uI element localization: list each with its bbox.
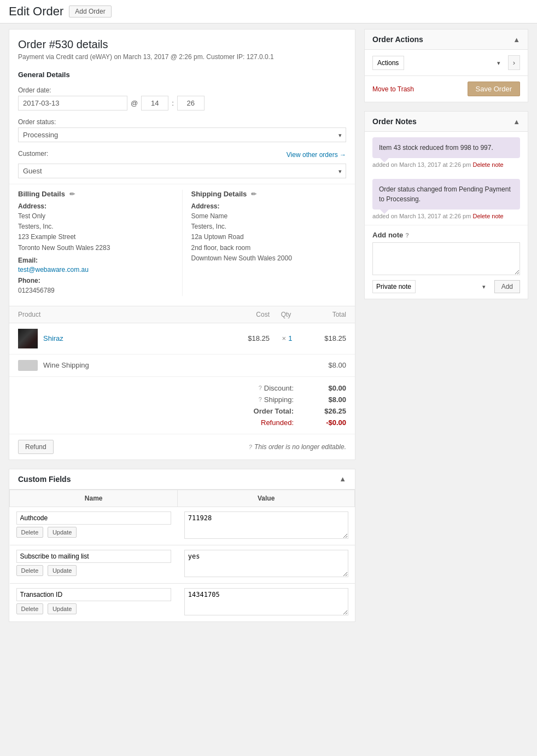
col-product-header: Product xyxy=(18,311,226,318)
cf-name-input-0[interactable] xyxy=(16,511,171,525)
order-status-label: Order status: xyxy=(18,118,346,126)
order-title: Order #530 details xyxy=(18,38,346,51)
note-meta-0: added on March 13, 2017 at 2:26 pm Delet… xyxy=(365,160,528,173)
move-to-trash-link[interactable]: Move to Trash xyxy=(372,85,414,93)
shipping-name: Wine Shipping xyxy=(43,361,328,369)
order-minute-input[interactable] xyxy=(177,96,205,111)
order-total-label: Order Total: xyxy=(226,407,302,415)
order-notes-title: Order Notes xyxy=(372,117,417,126)
at-label: @ xyxy=(131,99,138,107)
order-subtitle: Payment via Credit card (eWAY) on March … xyxy=(18,53,346,61)
shipping-address: Some NameTesters, Inc.12a Uptown Road2nd… xyxy=(191,211,347,264)
add-note-button[interactable]: Add xyxy=(494,280,520,293)
order-total-value: $26.25 xyxy=(302,407,346,415)
refund-button[interactable]: Refund xyxy=(18,440,54,454)
product-qty: 1 xyxy=(288,334,292,342)
shipping-edit-icon[interactable]: ✏ xyxy=(251,190,256,198)
note-bubble-0: Item 43 stock reduced from 998 to 997. xyxy=(372,137,520,158)
shipping-total-label: ? Shipping: xyxy=(226,396,302,404)
col-qty-header: Qty xyxy=(270,311,302,318)
cf-update-button-0[interactable]: Update xyxy=(48,527,77,538)
actions-select[interactable]: Actions xyxy=(372,56,404,70)
product-qty-wrap: ×1 xyxy=(270,334,302,342)
cf-delete-button-0[interactable]: Delete xyxy=(16,527,44,538)
products-header: Product Cost Qty Total xyxy=(9,306,355,323)
cf-name-col: Name xyxy=(10,490,178,507)
shipping-cost: $8.00 xyxy=(328,361,346,369)
cf-name-input-1[interactable] xyxy=(16,550,171,563)
note-bubble-1: Order status changed from Pending Paymen… xyxy=(372,179,520,210)
refunded-value: -$0.00 xyxy=(302,418,346,427)
note-type-select[interactable]: Private note xyxy=(372,280,416,293)
product-name-link[interactable]: Shiraz xyxy=(43,334,63,342)
delete-note-link-1[interactable]: Delete note xyxy=(472,213,503,219)
product-cost: $18.25 xyxy=(226,334,270,342)
not-editable-notice: ? This order is no longer editable. xyxy=(249,443,346,451)
order-actions-title: Order Actions xyxy=(372,35,423,44)
cf-value-col: Value xyxy=(178,490,355,507)
general-details-label: General Details xyxy=(9,65,355,79)
view-other-orders-link[interactable]: View other orders → xyxy=(287,151,346,159)
order-notes-collapse-icon[interactable]: ▲ xyxy=(513,118,520,126)
cf-update-button-1[interactable]: Update xyxy=(48,565,77,576)
order-actions-collapse-icon[interactable]: ▲ xyxy=(513,36,520,44)
cf-value-input-2[interactable]: 14341705 xyxy=(184,588,348,615)
product-total: $18.25 xyxy=(302,334,346,342)
cf-delete-button-2[interactable]: Delete xyxy=(16,603,44,614)
billing-phone: 0123456789 xyxy=(18,286,173,296)
cf-delete-button-1[interactable]: Delete xyxy=(16,565,44,576)
cf-update-button-2[interactable]: Update xyxy=(48,603,77,614)
custom-fields-collapse-icon[interactable]: ▲ xyxy=(339,475,346,483)
product-row: Shiraz $18.25 ×1 $18.25 xyxy=(9,323,355,354)
cf-value-input-1[interactable]: yes xyxy=(184,550,348,577)
shipping-help-icon[interactable]: ? xyxy=(259,396,262,403)
order-date-label: Order date: xyxy=(18,86,346,94)
custom-fields-table: Name Value Delete Update 711928 xyxy=(9,490,355,621)
discount-help-icon[interactable]: ? xyxy=(259,385,262,391)
shipping-total-value: $8.00 xyxy=(302,396,346,404)
refunded-label: Refunded: xyxy=(226,418,302,427)
shipping-icon xyxy=(18,360,38,371)
add-note-label: Add note ? xyxy=(372,231,520,239)
product-thumbnail xyxy=(18,329,38,348)
custom-field-row: Delete Update 711928 xyxy=(10,507,355,545)
custom-field-row: Delete Update yes xyxy=(10,545,355,583)
discount-label: ? Discount: xyxy=(226,384,302,392)
order-status-select[interactable]: Processing xyxy=(18,127,346,142)
col-cost-header: Cost xyxy=(226,311,270,318)
page-title: Edit Order xyxy=(9,4,63,19)
billing-email-link[interactable]: test@webaware.com.au xyxy=(18,266,89,274)
customer-select[interactable]: Guest xyxy=(18,164,346,178)
note-meta-1: added on March 13, 2017 at 2:26 pm Delet… xyxy=(365,212,528,225)
col-total-header: Total xyxy=(302,311,346,318)
add-order-button[interactable]: Add Order xyxy=(69,5,111,18)
not-editable-icon: ? xyxy=(249,444,252,450)
billing-address-label: Address: xyxy=(18,202,173,210)
note-textarea[interactable] xyxy=(372,242,520,275)
product-thumb-image xyxy=(18,329,38,348)
cf-value-input-0[interactable]: 711928 xyxy=(184,511,348,539)
shipping-row: Wine Shipping $8.00 xyxy=(9,354,355,377)
custom-fields-title: Custom Fields xyxy=(18,475,71,484)
delete-note-link-0[interactable]: Delete note xyxy=(472,161,503,168)
discount-value: $0.00 xyxy=(302,384,346,392)
billing-address: Test OnlyTesters, Inc.123 Example Street… xyxy=(18,211,173,253)
order-hour-input[interactable] xyxy=(141,96,168,111)
shipping-details-title: Shipping Details xyxy=(191,190,247,198)
shipping-address-label: Address: xyxy=(191,202,347,210)
time-colon: : xyxy=(172,99,174,107)
billing-edit-icon[interactable]: ✏ xyxy=(69,190,75,198)
order-date-input[interactable] xyxy=(18,96,127,111)
custom-field-row: Delete Update 14341705 xyxy=(10,583,355,621)
billing-phone-label: Phone: xyxy=(18,277,173,284)
cf-name-input-2[interactable] xyxy=(16,588,171,601)
save-order-button[interactable]: Save Order xyxy=(468,82,520,96)
customer-label: Customer: xyxy=(18,150,48,158)
billing-details-title: Billing Details xyxy=(18,190,65,198)
billing-email-label: Email: xyxy=(18,257,173,264)
add-note-help-icon[interactable]: ? xyxy=(405,232,409,239)
actions-go-button[interactable]: › xyxy=(508,55,520,70)
